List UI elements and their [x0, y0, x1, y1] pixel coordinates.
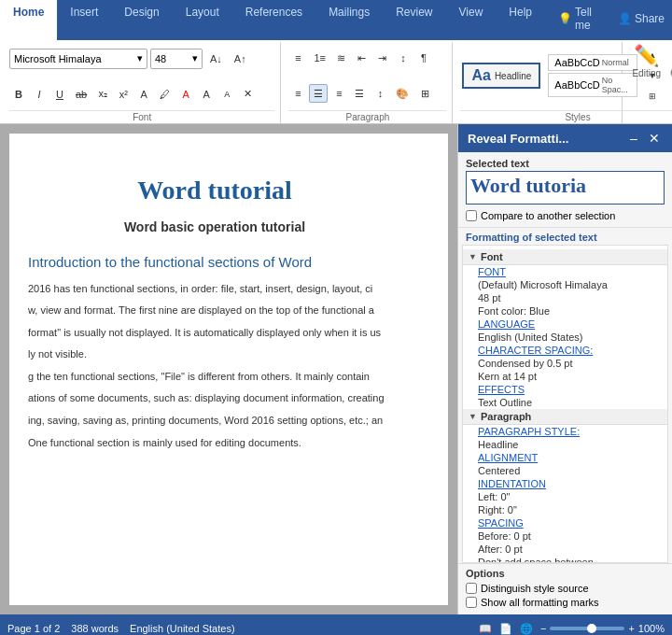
- alignment-value: Centered: [478, 465, 520, 476]
- ribbon-group-styles: Aa Headline AaBbCcD Normal AaBbCcD No Sp…: [455, 42, 623, 123]
- formatting-of-selected-text-label: Formatting of selected text: [458, 227, 672, 245]
- compare-checkbox[interactable]: [466, 210, 477, 221]
- style-headline-preview[interactable]: Aa Headline: [462, 63, 540, 89]
- spacing-link[interactable]: SPACING: [478, 517, 524, 529]
- panel-close-button[interactable]: ✕: [646, 130, 663, 147]
- para-style-value-item: Headline: [463, 438, 667, 451]
- align-right-button[interactable]: ≡: [329, 84, 348, 103]
- effects-link-item[interactable]: EFFECTS: [463, 383, 667, 396]
- distinguish-checkbox[interactable]: [466, 583, 477, 594]
- view-read-icon[interactable]: 📖: [479, 623, 492, 635]
- zoom-out-button[interactable]: −: [540, 623, 546, 634]
- ribbon-group-paragraph: ≡ 1≡ ≋ ⇤ ⇥ ↕ ¶ ≡ ☰ ≡ ☰ ↕ 🎨 ⊞: [283, 42, 453, 123]
- char-spacing-link[interactable]: CHARACTER SPACING:: [478, 345, 593, 356]
- align-left-button[interactable]: ≡: [288, 84, 307, 103]
- zoom-area: − + 100%: [540, 623, 665, 634]
- font-color-value: Font color: Blue: [478, 305, 550, 317]
- language-link[interactable]: LANGUAGE: [478, 318, 535, 330]
- alignment-link[interactable]: ALIGNMENT: [478, 452, 538, 463]
- zoom-in-button[interactable]: +: [628, 623, 634, 634]
- section-heading: Introduction to the functional sections …: [28, 252, 401, 274]
- document-area[interactable]: Word tutorial Word basic operation tutor…: [0, 124, 457, 614]
- highlight-button[interactable]: 🖊: [155, 85, 175, 104]
- font-size-selector[interactable]: 48 ▾: [150, 49, 203, 69]
- show-marks-button[interactable]: ¶: [414, 49, 433, 67]
- ribbon-group-editing: ✏️ Editing: [624, 42, 668, 123]
- spacing-dont-value: Don't add space between: [478, 557, 594, 563]
- decrease-indent-button[interactable]: ⇤: [353, 49, 371, 67]
- page-info: Page 1 of 2: [7, 623, 60, 634]
- panel-minimize-button[interactable]: –: [625, 130, 642, 147]
- view-web-icon[interactable]: 🌐: [520, 623, 533, 635]
- effects-value: Text Outline: [478, 397, 532, 408]
- tab-help[interactable]: Help: [496, 0, 545, 40]
- status-bar: Page 1 of 2 388 words English (United St…: [0, 614, 672, 635]
- selected-text-label: Selected text: [458, 152, 672, 171]
- borders-button[interactable]: ⊞: [415, 84, 434, 103]
- body-para-6: ations of some documents, such as: displ…: [28, 390, 401, 407]
- shading-button[interactable]: 🎨: [391, 84, 413, 103]
- font-size-a2-button[interactable]: A: [217, 85, 236, 104]
- strikethrough-button[interactable]: ab: [71, 85, 91, 104]
- alignment-value-item: Centered: [463, 464, 667, 477]
- tab-tell-me[interactable]: 💡 Tell me: [545, 0, 605, 40]
- bold-button[interactable]: B: [9, 85, 28, 104]
- underline-button[interactable]: U: [50, 85, 69, 104]
- align-center-button[interactable]: ☰: [309, 84, 328, 103]
- panel-header: Reveal Formatti... – ✕: [458, 124, 672, 152]
- font-name-link-item[interactable]: FONT: [463, 265, 667, 278]
- word-count: 388 words: [71, 623, 119, 634]
- tab-insert[interactable]: Insert: [57, 0, 111, 40]
- font-name-selector[interactable]: Microsoft Himalaya ▾: [9, 49, 147, 69]
- tab-view[interactable]: View: [446, 0, 497, 40]
- tab-home[interactable]: Home: [0, 0, 57, 40]
- tab-review[interactable]: Review: [383, 0, 445, 40]
- decrease-font-button[interactable]: A↓: [205, 49, 227, 68]
- document-subtitle: Word basic operation tutorial: [28, 218, 401, 237]
- para-style-link-item[interactable]: PARAGRAPH STYLE:: [463, 425, 667, 438]
- font-name-link[interactable]: FONT: [478, 266, 506, 277]
- char-spacing-condensed: Condensed by 0.5 pt: [478, 358, 573, 369]
- numbered-list-button[interactable]: 1≡: [309, 49, 330, 67]
- indent-left-item: Left: 0": [463, 490, 667, 503]
- sort-button[interactable]: ↕: [394, 49, 413, 67]
- effects-link[interactable]: EFFECTS: [478, 384, 525, 395]
- language-value: English (United States): [478, 332, 583, 343]
- distinguish-row: Distinguish style source: [466, 583, 665, 594]
- alignment-link-item[interactable]: ALIGNMENT: [463, 451, 667, 464]
- show-formatting-checkbox[interactable]: [466, 597, 477, 608]
- text-effects-button[interactable]: A: [134, 85, 153, 104]
- paragraph-group-label: Paragraph: [288, 110, 446, 123]
- spacing-after-item: After: 0 pt: [463, 543, 667, 556]
- clear-formatting-button[interactable]: ✕: [238, 85, 257, 104]
- indentation-link[interactable]: INDENTATION: [478, 478, 546, 489]
- format-tree[interactable]: ▼ Font FONT (Default) Microsoft Himalaya…: [462, 245, 668, 563]
- italic-button[interactable]: I: [30, 85, 49, 104]
- indentation-link-item[interactable]: INDENTATION: [463, 477, 667, 490]
- char-spacing-link-item[interactable]: CHARACTER SPACING:: [463, 344, 667, 357]
- language-link-item[interactable]: LANGUAGE: [463, 318, 667, 331]
- zoom-slider[interactable]: [550, 627, 624, 630]
- tab-layout[interactable]: Layout: [173, 0, 232, 40]
- increase-indent-button[interactable]: ⇥: [373, 49, 392, 67]
- line-spacing-button[interactable]: ↕: [371, 84, 389, 103]
- para-style-link[interactable]: PARAGRAPH STYLE:: [478, 426, 580, 437]
- tab-design[interactable]: Design: [111, 0, 172, 40]
- lightbulb-icon: 💡: [558, 12, 572, 25]
- view-print-icon[interactable]: 📄: [499, 623, 512, 635]
- superscript-button[interactable]: x²: [114, 85, 133, 104]
- font-color-button[interactable]: A: [176, 85, 195, 104]
- multilevel-list-button[interactable]: ≋: [332, 49, 351, 67]
- body-para-4: ly not visible.: [28, 346, 401, 363]
- tab-share[interactable]: 👤 Share: [605, 0, 672, 40]
- subscript-button[interactable]: x₂: [93, 85, 112, 104]
- increase-font-button[interactable]: A↑: [230, 49, 251, 68]
- font-section-label: Font: [481, 251, 503, 262]
- spacing-link-item[interactable]: SPACING: [463, 516, 667, 529]
- distinguish-label: Distinguish style source: [481, 583, 589, 594]
- tab-mailings[interactable]: Mailings: [315, 0, 383, 40]
- font-size-a-button[interactable]: A: [197, 85, 216, 104]
- tab-references[interactable]: References: [232, 0, 315, 40]
- justify-button[interactable]: ☰: [350, 84, 369, 103]
- bullet-list-button[interactable]: ≡: [288, 49, 307, 67]
